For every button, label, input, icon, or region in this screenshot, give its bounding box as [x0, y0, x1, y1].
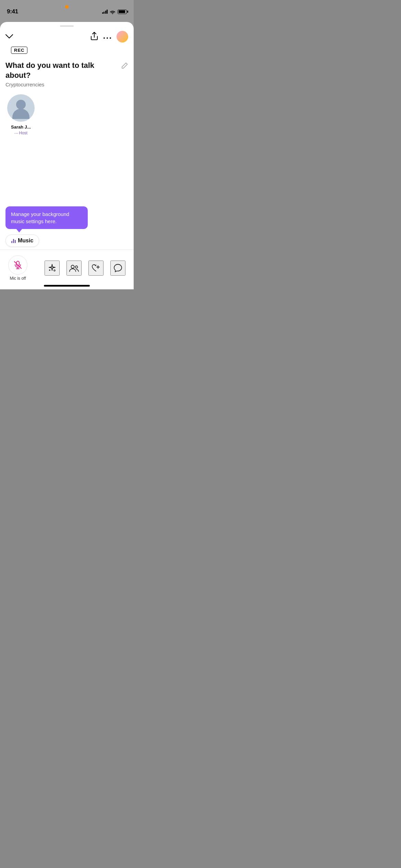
- room-title-text: What do you want to talk about? Cryptocu…: [5, 61, 117, 87]
- sheet-header: [0, 27, 134, 45]
- recording-indicator: [65, 5, 69, 9]
- rec-text: REC: [14, 48, 24, 53]
- chevron-down-icon[interactable]: [5, 33, 13, 41]
- svg-point-1: [107, 37, 108, 39]
- tooltip-container: Manage your background music settings he…: [5, 206, 128, 247]
- music-bars-icon: [11, 238, 16, 243]
- speaker-item[interactable]: Sarah J... ··· Host: [5, 94, 36, 136]
- share-icon[interactable]: [90, 32, 98, 42]
- music-label: Music: [18, 238, 33, 244]
- home-indicator: [44, 285, 90, 287]
- mic-section: Mic is off: [8, 255, 27, 281]
- effects-button[interactable]: [45, 261, 60, 276]
- rec-badge-container: REC: [0, 45, 134, 58]
- svg-point-8: [49, 270, 50, 270]
- mic-off-icon: [13, 260, 23, 270]
- room-question: What do you want to talk about?: [5, 61, 117, 80]
- speaker-avatar: [7, 94, 35, 122]
- chat-button[interactable]: [110, 261, 125, 276]
- speaker-role-label: Host: [19, 131, 27, 135]
- mic-button[interactable]: [8, 255, 27, 275]
- signal-bars-icon: [102, 10, 108, 14]
- room-topic: Cryptocurrencies: [5, 82, 117, 87]
- room-title-area: What do you want to talk about? Cryptocu…: [0, 58, 134, 89]
- svg-point-9: [71, 265, 74, 268]
- speakers-area: Sarah J... ··· Host: [0, 89, 134, 206]
- tooltip-text: Manage your background music settings he…: [11, 211, 69, 224]
- svg-point-10: [75, 266, 78, 268]
- speaker-role: ··· Host: [14, 130, 27, 136]
- speaker-name: Sarah J...: [11, 124, 31, 130]
- chat-icon: [113, 264, 122, 273]
- people-icon: [69, 264, 79, 272]
- more-options-icon[interactable]: [104, 33, 111, 41]
- toolbar-actions: [45, 261, 125, 276]
- svg-point-7: [54, 270, 55, 271]
- status-bar: 9:41: [0, 0, 134, 19]
- follow-icon: [91, 264, 101, 273]
- user-avatar-small[interactable]: [117, 31, 128, 43]
- people-button[interactable]: [66, 261, 82, 276]
- wifi-icon: [110, 10, 116, 14]
- rec-badge: REC: [11, 47, 27, 54]
- svg-point-2: [110, 37, 111, 39]
- edit-icon[interactable]: [121, 62, 128, 71]
- follow-button[interactable]: [88, 261, 104, 276]
- effects-icon: [48, 264, 57, 273]
- status-time: 9:41: [7, 8, 18, 15]
- bottom-sheet: REC What do you want to talk about? Cryp…: [0, 22, 134, 289]
- mic-label: Mic is off: [10, 276, 26, 281]
- music-button[interactable]: Music: [5, 234, 39, 247]
- person-silhouette: [7, 94, 35, 122]
- battery-icon: [118, 10, 127, 14]
- header-right-actions: [90, 31, 128, 43]
- status-icons: [102, 10, 127, 14]
- svg-point-0: [104, 37, 105, 39]
- tooltip-bubble: Manage your background music settings he…: [5, 206, 88, 229]
- speaker-role-dots: ···: [14, 130, 19, 136]
- bottom-toolbar: Mic is off: [0, 250, 134, 284]
